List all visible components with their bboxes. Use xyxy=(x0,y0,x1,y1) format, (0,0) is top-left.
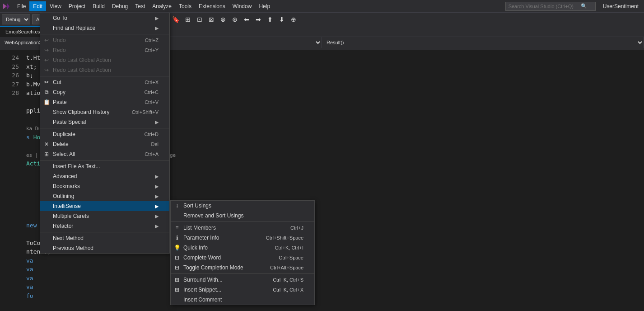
submenu-complete-word[interactable]: ⊡ Complete Word Ctrl+Space xyxy=(171,253,314,263)
cut-label: Cut xyxy=(53,79,145,85)
toolbar-btn-7[interactable]: ➡ xyxy=(253,14,263,24)
toolbar-btn-9[interactable]: ⬇ xyxy=(277,14,287,24)
menu-extensions[interactable]: Extensions xyxy=(195,1,229,11)
toggle-completion-icon: ⊟ xyxy=(173,264,182,271)
menu-item-redo[interactable]: ↪ Redo Ctrl+Y xyxy=(40,45,169,55)
nav-right-select[interactable]: Result() xyxy=(322,37,644,48)
menu-item-duplicate[interactable]: Duplicate Ctrl+D xyxy=(40,129,169,139)
menu-project[interactable]: Project xyxy=(65,1,89,11)
list-members-label: List Members xyxy=(183,225,216,231)
toolbar-btn-4[interactable]: ⊗ xyxy=(218,14,228,24)
submenu-toggle-completion[interactable]: ⊟ Toggle Completion Mode Ctrl+Alt+Space xyxy=(171,263,314,273)
search-input[interactable] xyxy=(509,4,581,9)
undo-icon: ↩ xyxy=(42,37,51,43)
submenu-sort-usings[interactable]: ↕ Sort Usings xyxy=(171,201,314,211)
search-icon: 🔍 xyxy=(581,3,587,9)
menubar: File Edit View Project Build Debug Test … xyxy=(0,0,644,13)
insert-snippet-label: Insert Snippet... xyxy=(183,287,221,293)
redo-global-icon: ↪ xyxy=(42,67,51,73)
outlining-label: Outlining xyxy=(53,193,155,199)
undo-shortcut: Ctrl+Z xyxy=(145,38,159,43)
redo-global-label: Redo Last Global Action xyxy=(53,67,159,73)
multiple-carets-arrow: ▶ xyxy=(155,213,159,219)
menu-item-redo-global[interactable]: ↪ Redo Last Global Action xyxy=(40,65,169,75)
toolbar-btn-2[interactable]: ⊡ xyxy=(195,14,205,24)
menu-item-next-method[interactable]: Next Method xyxy=(40,233,169,243)
delete-label: Delete xyxy=(53,141,151,147)
menu-item-undo[interactable]: ↩ Undo Ctrl+Z xyxy=(40,35,169,45)
menu-item-goto[interactable]: Go To ▶ xyxy=(40,13,169,23)
menu-item-clipboard[interactable]: Show Clipboard History Ctrl+Shift+V xyxy=(40,107,169,117)
bookmark-icon-btn[interactable]: 🔖 xyxy=(171,14,181,24)
search-box[interactable]: 🔍 xyxy=(505,2,596,11)
toolbar-btn-3[interactable]: ⊠ xyxy=(206,14,216,24)
menu-build[interactable]: Build xyxy=(89,1,108,11)
submenu-remove-sort-usings[interactable]: Remove and Sort Usings xyxy=(171,211,314,221)
toolbar-btn-8[interactable]: ⬆ xyxy=(265,14,275,24)
menu-item-paste-special[interactable]: Paste Special ▶ xyxy=(40,117,169,127)
sort-usings-icon: ↕ xyxy=(173,203,182,209)
menu-view[interactable]: View xyxy=(46,1,65,11)
menu-item-intellisense[interactable]: IntelliSense ▶ ↕ Sort Usings Remove and … xyxy=(40,201,169,211)
menu-edit[interactable]: Edit xyxy=(29,1,46,11)
menu-item-outlining[interactable]: Outlining ▶ xyxy=(40,191,169,201)
toolbar-btn-10[interactable]: ⊕ xyxy=(289,14,299,24)
previous-method-label: Previous Method xyxy=(53,245,159,251)
menu-item-previous-method[interactable]: Previous Method xyxy=(40,243,169,253)
menu-file[interactable]: File xyxy=(14,1,29,11)
parameter-info-label: Parameter Info xyxy=(183,235,219,241)
submenu-quick-info[interactable]: 💡 Quick Info Ctrl+K, Ctrl+I xyxy=(171,243,314,253)
menu-tools[interactable]: Tools xyxy=(175,1,195,11)
submenu-insert-snippet[interactable]: ⊞ Insert Snippet... Ctrl+K, Ctrl+X xyxy=(171,285,314,295)
toolbar-btn-6[interactable]: ⬅ xyxy=(242,14,252,24)
sort-usings-label: Sort Usings xyxy=(183,203,211,209)
submenu-surround-with[interactable]: ⊞ Surround With... Ctrl+K, Ctrl+S xyxy=(171,275,314,285)
menu-item-paste[interactable]: 📋 Paste Ctrl+V xyxy=(40,97,169,107)
menu-help[interactable]: Help xyxy=(255,1,274,11)
menu-analyze[interactable]: Analyze xyxy=(149,1,175,11)
debug-config-select[interactable]: Debug xyxy=(2,14,30,24)
menu-debug[interactable]: Debug xyxy=(108,1,131,11)
menu-item-delete[interactable]: ✕ Delete Del xyxy=(40,139,169,149)
paste-icon: 📋 xyxy=(42,99,51,105)
undo-label: Undo xyxy=(53,37,145,43)
remove-sort-usings-label: Remove and Sort Usings xyxy=(183,212,243,219)
menu-item-copy[interactable]: ⧉ Copy Ctrl+C xyxy=(40,87,169,97)
menu-window[interactable]: Window xyxy=(229,1,256,11)
refactor-arrow: ▶ xyxy=(155,223,159,229)
menu-item-advanced[interactable]: Advanced ▶ xyxy=(40,171,169,181)
advanced-label: Advanced xyxy=(53,173,155,179)
menu-item-selectall[interactable]: ⊞ Select All Ctrl+A xyxy=(40,149,169,159)
submenu-insert-comment[interactable]: Insert Comment xyxy=(171,295,314,305)
menu-item-refactor[interactable]: Refactor ▶ xyxy=(40,221,169,231)
multiple-carets-label: Multiple Carets xyxy=(53,213,155,219)
copy-icon: ⧉ xyxy=(42,89,51,95)
menu-item-bookmarks[interactable]: Bookmarks ▶ xyxy=(40,181,169,191)
menu-test[interactable]: Test xyxy=(131,1,149,11)
findreplace-label: Find and Replace xyxy=(53,25,155,31)
edit-menu: Go To ▶ Find and Replace ▶ ↩ Undo Ctrl+Z… xyxy=(40,13,170,254)
menu-item-cut[interactable]: ✂ Cut Ctrl+X xyxy=(40,77,169,87)
menu-item-insert-file[interactable]: Insert File As Text... xyxy=(40,161,169,171)
surround-with-label: Surround With... xyxy=(183,277,223,283)
code-line: va xyxy=(26,283,640,292)
submenu-list-members[interactable]: ≡ List Members Ctrl+J xyxy=(171,223,314,233)
redo-label: Redo xyxy=(53,47,145,53)
toolbar-btn-1[interactable]: ⊞ xyxy=(183,14,193,24)
menu-item-findreplace[interactable]: Find and Replace ▶ xyxy=(40,23,169,33)
quick-info-shortcut: Ctrl+K, Ctrl+I xyxy=(275,245,303,250)
advanced-arrow: ▶ xyxy=(155,174,159,179)
intellisense-arrow: ▶ xyxy=(155,203,159,209)
menu-item-multiple-carets[interactable]: Multiple Carets ▶ xyxy=(40,211,169,221)
goto-arrow: ▶ xyxy=(155,15,159,21)
selectall-shortcut: Ctrl+A xyxy=(145,151,159,157)
menu-item-undo-global[interactable]: ↩ Undo Last Global Action xyxy=(40,55,169,65)
menu-sep-2 xyxy=(40,76,169,76)
surround-with-shortcut: Ctrl+K, Ctrl+S xyxy=(273,277,303,283)
toolbar-btn-5[interactable]: ⊛ xyxy=(230,14,240,24)
selectall-icon: ⊞ xyxy=(42,151,51,157)
insert-snippet-shortcut: Ctrl+K, Ctrl+X xyxy=(273,287,303,292)
submenu-parameter-info[interactable]: ℹ Parameter Info Ctrl+Shift+Space xyxy=(171,233,314,243)
bookmarks-arrow: ▶ xyxy=(155,184,159,189)
parameter-info-icon: ℹ xyxy=(173,235,182,241)
